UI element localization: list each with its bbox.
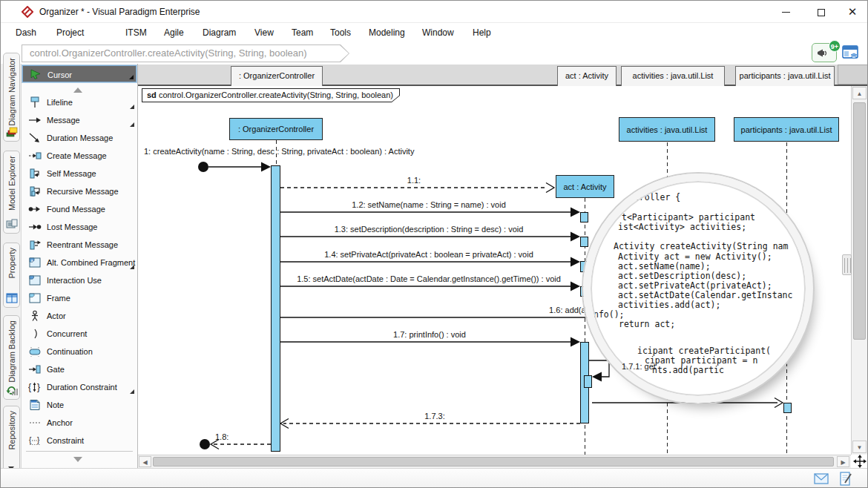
menu-help[interactable]: Help	[473, 27, 491, 38]
tool-continuation[interactable]: Continuation	[22, 343, 137, 360]
message-label-1-7-1[interactable]: 1.7.1: get	[622, 362, 656, 371]
reentrant-message-icon	[28, 239, 42, 251]
close-button[interactable]: ✕	[836, 1, 868, 23]
maximize-button[interactable]	[805, 1, 838, 23]
lifeline-icon	[28, 96, 42, 108]
pan-move-icon	[853, 455, 867, 468]
tab-label: Repository	[7, 411, 16, 450]
header-tab-organizercontroller[interactable]: : OrganizerController	[231, 66, 323, 86]
tool-actor[interactable]: Actor	[22, 307, 137, 325]
actor-icon	[28, 310, 42, 322]
continuation-icon	[28, 346, 42, 357]
code-line: nfo();	[594, 309, 625, 320]
tool-anchor[interactable]: Anchor	[22, 414, 137, 432]
code-line: Activity act = new Activity();	[618, 251, 772, 262]
tool-reentrant-message[interactable]: Reentrant Message	[22, 236, 137, 254]
tool-create-message[interactable]: Create Message	[22, 147, 137, 165]
submenu-corner-icon	[129, 75, 134, 79]
tool-palette: Cursor Lifeline Message Duration Message…	[22, 64, 138, 468]
tool-alt-combined-fragment[interactable]: aAlt. Combined Fragment	[22, 254, 137, 271]
tool-interaction-use[interactable]: Interaction Use	[22, 271, 137, 289]
diagram-backlog-icon	[6, 384, 18, 396]
tool-constraint[interactable]: {}Constraint	[22, 432, 137, 449]
tool-lifeline[interactable]: Lifeline	[22, 93, 137, 111]
horizontal-scroll-thumb[interactable]	[153, 457, 834, 466]
horizontal-scrollbar[interactable]: ◀ ▶	[138, 455, 851, 468]
header-tab-activities-list[interactable]: activities : java.util.List	[621, 66, 725, 86]
menu-view[interactable]: View	[254, 27, 274, 38]
tool-duration-constraint[interactable]: {}Duration Constraint	[22, 378, 137, 396]
frame-icon	[28, 292, 42, 304]
breadcrumb-row: control.OrganizerController.createActivi…	[1, 43, 867, 64]
scroll-right-button[interactable]: ▶	[837, 456, 849, 467]
tab-diagram-navigator[interactable]: Diagram Navigator	[3, 53, 20, 142]
header-tab-act-activity[interactable]: act : Activity	[557, 66, 617, 86]
tool-frame[interactable]: Frame	[22, 289, 137, 307]
window-title: Organizer * - Visual Paradigm Enterprise	[39, 7, 200, 17]
tab-model-explorer[interactable]: Model Explorer	[3, 151, 20, 234]
anchor-icon	[28, 417, 42, 429]
diagram-canvas[interactable]: sd control.OrganizerController.createAct…	[138, 86, 851, 455]
palette-scroll-down[interactable]	[73, 457, 84, 463]
tool-self-message[interactable]: Self Message	[22, 165, 137, 182]
tool-found-message[interactable]: Found Message	[22, 200, 137, 218]
tool-cursor[interactable]: Cursor	[22, 65, 137, 82]
tool-note[interactable]: Note	[22, 396, 137, 414]
panel-layout-icon	[841, 44, 860, 62]
title-bar: Organizer * - Visual Paradigm Enterprise…	[1, 1, 867, 23]
minimize-button[interactable]	[769, 1, 802, 23]
panel-layout-button[interactable]	[841, 44, 860, 62]
message-icon	[28, 114, 42, 126]
pan-tool-corner[interactable]	[851, 455, 868, 468]
menu-team[interactable]: Team	[292, 27, 313, 38]
scroll-left-button[interactable]: ◀	[139, 456, 151, 467]
vertical-scrollbar[interactable]: ▲ ▼	[851, 86, 867, 455]
code-line: act.setPrivateAct(privateAct);	[618, 280, 772, 291]
gate-icon	[28, 363, 42, 375]
vertical-scroll-thumb[interactable]	[853, 102, 866, 340]
menu-diagram[interactable]: Diagram	[203, 27, 236, 38]
code-line: Activity createActivity(String nam	[614, 241, 788, 251]
dock-tab-strip: Diagram Navigator Model Explorer Propert…	[1, 64, 22, 488]
menu-project[interactable]: Project	[56, 27, 84, 38]
svg-text:a: a	[31, 258, 33, 263]
app-window: Organizer * - Visual Paradigm Enterprise…	[0, 0, 868, 488]
scroll-up-button[interactable]: ▲	[852, 87, 867, 99]
tab-label: Diagram Navigator	[7, 58, 16, 126]
menu-itsm[interactable]: ITSM	[125, 27, 147, 38]
tool-concurrent[interactable]: Concurrent	[22, 325, 137, 343]
tab-property[interactable]: Property	[3, 243, 20, 308]
code-line: nts.add(partic	[652, 365, 724, 375]
tab-repository[interactable]: Repository	[3, 406, 20, 475]
tool-duration-message[interactable]: Duration Message	[22, 129, 137, 147]
status-bar	[1, 468, 867, 488]
breadcrumb-text: control.OrganizerController.createActivi…	[30, 47, 307, 59]
notes-edit-icon[interactable]	[839, 471, 852, 487]
announcements-button[interactable]: 9+	[812, 43, 837, 62]
diagram-navigator-icon	[6, 126, 18, 138]
dock-splitter-grip[interactable]	[842, 254, 852, 275]
constraint-icon: {}	[28, 435, 42, 446]
breadcrumb[interactable]: control.OrganizerController.createActivi…	[22, 44, 349, 62]
note-icon	[28, 399, 42, 411]
svg-text:}: }	[37, 436, 40, 444]
submenu-corner-icon	[130, 265, 134, 269]
menu-modeling[interactable]: Modeling	[369, 27, 405, 38]
mail-icon[interactable]	[814, 473, 829, 484]
svg-text:{: {	[29, 436, 32, 444]
tool-lost-message[interactable]: Lost Message	[22, 218, 137, 236]
palette-scroll-up[interactable]	[73, 88, 84, 93]
tab-label: Property	[7, 248, 16, 279]
tool-recursive-message[interactable]: Recursive Message	[22, 182, 137, 200]
cursor-icon	[29, 68, 42, 80]
menu-window[interactable]: Window	[422, 27, 454, 38]
header-tab-participants-list[interactable]: participants : java.util.List	[735, 66, 835, 86]
menu-dash[interactable]: Dash	[16, 27, 36, 38]
self-message-icon	[28, 168, 42, 179]
menu-tools[interactable]: Tools	[330, 27, 351, 38]
tool-message[interactable]: Message	[22, 111, 137, 129]
tool-gate[interactable]: Gate	[22, 360, 137, 378]
scroll-down-button[interactable]: ▼	[852, 441, 867, 453]
tab-diagram-backlog[interactable]: Diagram Backlog	[3, 315, 20, 400]
menu-agile[interactable]: Agile	[164, 27, 184, 38]
